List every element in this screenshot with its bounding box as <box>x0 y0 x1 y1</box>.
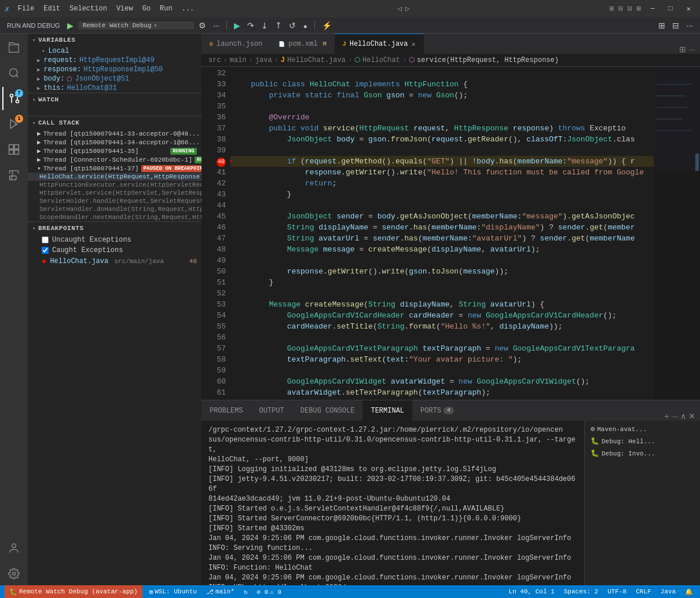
variable-response[interactable]: ▶ response: HttpResponseImpl@50 <box>28 65 201 74</box>
split-editor-btn[interactable]: ⊞ <box>679 45 686 54</box>
minimize-btn[interactable]: ─ <box>646 5 659 13</box>
frame-1[interactable]: HelloChat.service(HttpRequest,HttpRespon… <box>28 173 201 181</box>
notifications-item[interactable]: 🔔 <box>683 588 695 596</box>
tab-problems[interactable]: PROBLEMS <box>201 400 251 421</box>
watch-header[interactable]: ▾ WATCH <box>28 93 201 106</box>
tab-ports[interactable]: PORTS 4 <box>412 400 462 421</box>
frame-6[interactable]: ScopedHandler.nextHandle(String,Request,… <box>28 213 201 221</box>
breakpoints-header[interactable]: ▾ BREAKPOINTS <box>28 222 201 235</box>
run-menu[interactable]: Run <box>156 3 176 14</box>
thread-2[interactable]: ▶ Thread [qtp1500079441-34-acceptor-1@66… <box>28 138 201 147</box>
terminal-line-5: 814ed42ae3dcacd49; jvm 11.0.21+9-post-Ub… <box>208 494 577 504</box>
caught-exceptions-checkbox[interactable] <box>42 247 49 254</box>
branch-item[interactable]: ⎇ main* <box>204 588 237 596</box>
view-menu[interactable]: View <box>113 3 137 14</box>
edit-menu[interactable]: Edit <box>40 3 64 14</box>
explorer-icon[interactable] <box>2 36 25 59</box>
uncaught-exceptions-bp[interactable]: Uncaught Exceptions <box>28 235 201 245</box>
extensions-icon[interactable] <box>2 138 25 161</box>
variable-request[interactable]: ▶ request: HttpRequestImpl@49 <box>28 56 201 65</box>
callstack-header[interactable]: ▾ CALL STACK <box>28 116 201 129</box>
caught-exceptions-bp[interactable]: Caught Exceptions <box>28 245 201 256</box>
thread-5[interactable]: ▾ Thread [qtp1500079441-37] PAUSED ON BR… <box>28 164 201 173</box>
frame-2[interactable]: HttpFunctionExecutor.service(HttpServlet… <box>28 181 201 189</box>
terminal-chevron-up-btn[interactable]: ∧ <box>680 411 686 421</box>
terminal-more-btn[interactable]: ··· <box>671 411 678 421</box>
tab-close-btn[interactable]: ✕ <box>412 40 416 49</box>
file-menu[interactable]: File <box>14 3 38 14</box>
frame-4[interactable]: ServletHolder.handle(Request,ServletRequ… <box>28 197 201 205</box>
debug-settings-btn[interactable]: ⚙ <box>196 20 208 31</box>
toggle-panel-btn[interactable]: ⊟ <box>670 20 681 31</box>
editor-content[interactable]: public class HelloChat implements HttpFu… <box>230 67 654 400</box>
tab-terminal[interactable]: TERMINAL <box>362 400 412 421</box>
search-icon[interactable] <box>2 61 25 85</box>
tab-pom-xml[interactable]: 📄 pom.xml M <box>270 34 334 54</box>
hot-reload-btn[interactable]: ⚡ <box>320 20 334 31</box>
maximize-btn[interactable]: □ <box>664 5 677 13</box>
continue-btn[interactable]: ▶ <box>232 20 243 31</box>
more-menu[interactable]: ... <box>178 3 198 14</box>
more-actions-btn[interactable]: ··· <box>684 20 695 31</box>
breadcrumb-java[interactable]: java <box>255 56 272 64</box>
debug-more-btn[interactable]: ··· <box>211 20 222 31</box>
thread-4[interactable]: ▶ Thread [Connector-Scheduler-6920b0bc-1… <box>28 155 201 164</box>
nav-forward-btn[interactable]: ▷ <box>405 4 410 13</box>
thread-1[interactable]: ▶ Thread [qtp1500079441-33-acceptor-0@48… <box>28 129 201 138</box>
test-icon[interactable] <box>2 163 25 187</box>
go-menu[interactable]: Go <box>139 3 154 14</box>
split-editor-btn[interactable]: ⊞ <box>656 20 668 31</box>
settings-icon[interactable] <box>2 562 25 585</box>
restart-btn[interactable]: ↺ <box>287 20 298 31</box>
breadcrumb-class[interactable]: HelloChat <box>362 56 400 64</box>
accounts-icon[interactable] <box>2 537 25 560</box>
close-btn[interactable]: ✕ <box>682 5 695 13</box>
spaces-item[interactable]: Spaces: 2 <box>562 588 600 595</box>
nav-back-btn[interactable]: ◁ <box>397 4 402 13</box>
tab-launch-json[interactable]: ⚙ launch.json <box>201 34 270 54</box>
frame-3[interactable]: HttpServlet.service(HttpServlet,ServletR… <box>28 189 201 197</box>
variable-this[interactable]: ▶ this: HelloChat@31 <box>28 83 201 93</box>
breadcrumb-main[interactable]: main <box>230 56 247 64</box>
thread-3[interactable]: ▶ Thread [qtp1500079441-35] RUNNING <box>28 147 201 155</box>
tab-output[interactable]: OUTPUT <box>251 400 292 421</box>
source-control-icon[interactable]: 7 <box>2 87 25 110</box>
line-col-item[interactable]: Ln 40, Col 1 <box>507 588 557 595</box>
terminal-sidebar-debug1[interactable]: 🐛 Debug: Hell... <box>587 435 698 447</box>
wsl-item[interactable]: ⊞ WSL: Ubuntu <box>147 588 199 596</box>
debug-status-item[interactable]: 🐛 Remote Watch Debug (avatar-app) <box>5 585 142 598</box>
new-terminal-btn[interactable]: + <box>664 411 669 421</box>
terminal-sidebar-maven[interactable]: ⚙ Maven-avat... <box>587 423 698 435</box>
tab-hellochat-java[interactable]: J HelloChat.java ✕ <box>335 34 424 54</box>
breadcrumb-file[interactable]: HelloChat.java <box>287 56 346 64</box>
language-item[interactable]: Java <box>658 588 678 595</box>
run-debug-activity-icon[interactable]: 1 <box>2 112 25 136</box>
terminal-close-btn[interactable]: ✕ <box>688 411 695 421</box>
line-ending-item[interactable]: CRLF <box>633 588 653 595</box>
debug-toolbar-extra[interactable]: ⊞ ⊟ ⊡ ⊞ <box>610 4 642 13</box>
hellchat-bp[interactable]: ● HelloChat.java src/main/java 40 <box>28 256 201 267</box>
sync-item[interactable]: ↻ <box>241 588 250 596</box>
encoding-item[interactable]: UTF-8 <box>605 588 629 595</box>
local-group[interactable]: ▾ Local <box>28 46 201 56</box>
step-over-btn[interactable]: ↷ <box>245 20 256 31</box>
terminal-output[interactable]: /grpc-context/1.27.2/grpc-context-1.27.2… <box>201 421 584 585</box>
breadcrumb-method[interactable]: service(HttpRequest, HttpResponse) <box>417 56 559 64</box>
output-label: OUTPUT <box>259 407 284 415</box>
terminal-sidebar-debug2[interactable]: 🐛 Debug: Invo... <box>587 447 698 460</box>
breadcrumb-src[interactable]: src <box>208 56 221 64</box>
start-debug-btn[interactable]: ▶ <box>65 20 76 31</box>
variable-body[interactable]: ▶ body: ⬡ JsonObject@51 <box>28 74 201 83</box>
sync-icon: ↻ <box>244 588 248 596</box>
variables-header[interactable]: ▾ VARIABLES <box>28 34 201 46</box>
frame-5[interactable]: ServletHandler.doHandle(String,Request,H… <box>28 205 201 213</box>
tab-more-btn[interactable]: ··· <box>688 45 695 54</box>
breadcrumb-sep-3: › <box>274 56 278 64</box>
errors-item[interactable]: ⊘ 0 ⚠ 0 <box>255 588 284 596</box>
uncaught-exceptions-checkbox[interactable] <box>42 236 49 243</box>
selection-menu[interactable]: Selection <box>66 3 111 14</box>
tab-debug-console[interactable]: DEBUG CONSOLE <box>292 400 363 421</box>
step-out-btn[interactable]: ⤒ <box>273 20 284 31</box>
step-into-btn[interactable]: ⤓ <box>259 20 270 31</box>
disconnect-btn[interactable]: ⬥ <box>300 20 310 31</box>
